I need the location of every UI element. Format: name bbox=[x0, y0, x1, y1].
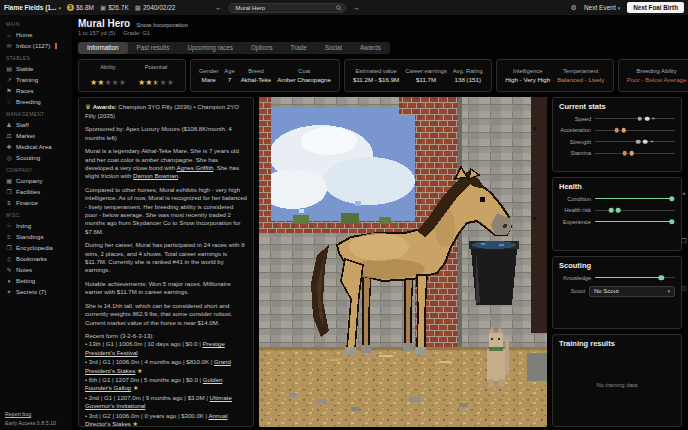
form-row: • 2nd | G1 | 1207.0m | 9 months ago | $3… bbox=[85, 394, 247, 411]
form-details: • 13th | G1 | 1006.0m | 10 days ago | $0… bbox=[85, 340, 202, 347]
condition-slider[interactable] bbox=[595, 195, 675, 202]
panel-icon[interactable]: ❐ bbox=[681, 237, 686, 244]
sidebar-item-races[interactable]: ⚑ Races bbox=[5, 85, 72, 96]
person-link-damon[interactable]: Damon Bowman bbox=[133, 172, 178, 179]
sidebar-item-breeding[interactable]: ♡ Breeding bbox=[5, 96, 72, 107]
stable-icon: ▤ bbox=[5, 65, 13, 72]
range-dot bbox=[622, 128, 627, 133]
career-earnings-value: $11.7M bbox=[405, 76, 447, 83]
sidebar-item-secrets[interactable]: ✦ Secrets (7) bbox=[5, 286, 72, 297]
slider-fill bbox=[595, 198, 672, 199]
sidebar-item-label: Home bbox=[16, 31, 33, 38]
app-window: Flame Fields (1... ▾ $ $6.8M ▣ $26.7K ▦ … bbox=[0, 0, 688, 430]
health-risk-track[interactable] bbox=[595, 207, 675, 214]
bookmarks-icon: ▯ bbox=[5, 255, 13, 262]
ability-card: Ability ★★★★★ Potential ★★★★★ bbox=[78, 59, 186, 92]
bio-paragraph-3: During her career, Mural has participate… bbox=[85, 241, 247, 275]
scout-row: Scout No Scout ▾ bbox=[559, 286, 675, 297]
scout-select[interactable]: No Scout ▾ bbox=[589, 286, 675, 297]
chevron-down-icon: ▾ bbox=[58, 5, 61, 11]
sidebar-item-label: Facilities bbox=[16, 188, 40, 195]
calendar-icon: ▦ bbox=[135, 4, 141, 12]
chevron-down-icon: ▾ bbox=[667, 288, 670, 294]
sidebar-item-medical-area[interactable]: ✚ Medical Area bbox=[5, 141, 72, 152]
sidebar-item-label: Encyclopedia bbox=[16, 244, 53, 251]
sidebar-item-label: Inbox (1127) bbox=[16, 42, 50, 49]
range-dot bbox=[614, 128, 619, 133]
screenshot-icon[interactable]: ◫ bbox=[681, 284, 687, 291]
stat-label: Stamina bbox=[559, 150, 595, 156]
tab-past-results[interactable]: Past results bbox=[128, 42, 179, 54]
nav-back-button[interactable]: ← bbox=[215, 4, 222, 11]
sidebar-item-facilities[interactable]: ❒ Facilities bbox=[5, 186, 72, 197]
tab-trade[interactable]: Trade bbox=[282, 42, 316, 54]
acceleration-range-track[interactable] bbox=[595, 127, 675, 134]
search-icon bbox=[336, 5, 342, 11]
breeding-ability-label: Breeding Ability bbox=[627, 68, 687, 74]
range-dot bbox=[643, 139, 648, 144]
breeding-icon: ♡ bbox=[5, 98, 13, 105]
sidebar-item-market[interactable]: ⚖ Market bbox=[5, 130, 72, 141]
stat-label: Acceleration bbox=[559, 127, 595, 133]
sidebar-item-inbox[interactable]: ✉ Inbox (1127) bbox=[5, 40, 72, 51]
sidebar-item-notes[interactable]: ✎ Notes bbox=[5, 264, 72, 275]
sidebar-item-label: Breeding bbox=[16, 98, 41, 105]
person-link-agnes[interactable]: Agnes Griffith bbox=[176, 164, 213, 171]
age-value: 7 bbox=[224, 76, 234, 83]
slider-knob[interactable] bbox=[669, 219, 674, 224]
sidebar-item-irving[interactable]: ☉ Irving bbox=[5, 220, 72, 231]
form-row: • 6th | G1 | 1207.0m | 5 months ago | $0… bbox=[85, 376, 247, 393]
sidebar-item-company[interactable]: ▦ Company bbox=[5, 175, 72, 186]
sidebar-item-finance[interactable]: $ Finance bbox=[5, 197, 72, 208]
tab-options[interactable]: Options bbox=[242, 42, 282, 54]
chevron-down-icon: ▾ bbox=[618, 5, 621, 11]
sidebar-item-stable[interactable]: ▤ Stable bbox=[5, 63, 72, 74]
range-dot bbox=[645, 116, 650, 121]
search-input[interactable] bbox=[228, 3, 346, 13]
tab-social[interactable]: Social bbox=[316, 42, 351, 54]
section-label-main: MAIN bbox=[6, 22, 72, 27]
star-icon: ★ bbox=[112, 78, 119, 87]
experience-slider[interactable] bbox=[595, 218, 675, 225]
gear-icon[interactable]: ⚙ bbox=[571, 4, 577, 12]
sidebar-item-training[interactable]: ↗ Training bbox=[5, 74, 72, 85]
next-event-button[interactable]: Next Event ▾ bbox=[584, 4, 620, 11]
mind-card: Intelligence High - Very High Temperamen… bbox=[496, 59, 614, 92]
range-dot bbox=[616, 208, 621, 213]
tab-upcoming-races[interactable]: Upcoming races bbox=[178, 42, 242, 54]
nav-forward-button[interactable]: → bbox=[352, 4, 359, 11]
slider-knob[interactable] bbox=[659, 275, 664, 280]
next-foal-birth-button[interactable]: Next Foal Birth bbox=[627, 2, 684, 13]
sidebar-item-home[interactable]: ⌂ Home bbox=[5, 29, 72, 40]
knowledge-slider[interactable] bbox=[595, 274, 675, 281]
form-details: • 3rd | G2 | 1006.0m | 0 years ago | $30… bbox=[85, 412, 209, 419]
plus-indicator: + bbox=[650, 138, 653, 144]
stamina-range-track[interactable] bbox=[595, 150, 675, 157]
sidebar-item-label: Bookmarks bbox=[16, 255, 47, 262]
report-bug-link[interactable]: Report bug bbox=[5, 410, 56, 418]
stat-label: Health risk bbox=[559, 207, 595, 213]
awards-line: ♛ Awards: Champion 3YO Filly (2036) • Ch… bbox=[85, 103, 247, 120]
tab-awards[interactable]: Awards bbox=[351, 42, 390, 54]
topbar: Flame Fields (1... ▾ $ $6.8M ▣ $26.7K ▦ … bbox=[0, 0, 688, 15]
owner-link[interactable]: Snow Incorporation bbox=[136, 22, 188, 28]
sidebar-item-staff[interactable]: ♟ Staff bbox=[5, 119, 72, 130]
sidebar-item-bookmarks[interactable]: ▯ Bookmarks bbox=[5, 253, 72, 264]
slider-knob[interactable] bbox=[669, 196, 674, 201]
tab-information[interactable]: Information bbox=[78, 42, 128, 54]
money-display: $ $6.8M bbox=[67, 4, 94, 11]
form-row: • 3rd | G1 | 1006.0m | 4 months ago | $8… bbox=[85, 358, 247, 375]
sidebar-item-encyclopedia[interactable]: ❐ Encyclopedia bbox=[5, 242, 72, 253]
section-label-management: MANAGEMENT bbox=[6, 112, 72, 117]
strength-range-track[interactable]: + bbox=[595, 138, 675, 145]
speed-range-track[interactable]: + bbox=[595, 115, 675, 122]
range-dot bbox=[636, 139, 641, 144]
sparkle-icon[interactable]: ✦ bbox=[681, 190, 686, 197]
page-title: Mural Hero bbox=[78, 18, 130, 29]
sidebar-item-betting[interactable]: ♦ Betting bbox=[5, 275, 72, 286]
scout-selected-value: No Scout bbox=[594, 288, 619, 294]
horse-meta: 1 to 157 yd (5) Grade: G1 bbox=[78, 30, 683, 36]
sidebar-item-standings[interactable]: ≡ Standings bbox=[5, 231, 72, 242]
app-switcher[interactable]: Flame Fields (1... ▾ bbox=[4, 4, 61, 11]
sidebar-item-scouting[interactable]: ◎ Scouting bbox=[5, 152, 72, 163]
